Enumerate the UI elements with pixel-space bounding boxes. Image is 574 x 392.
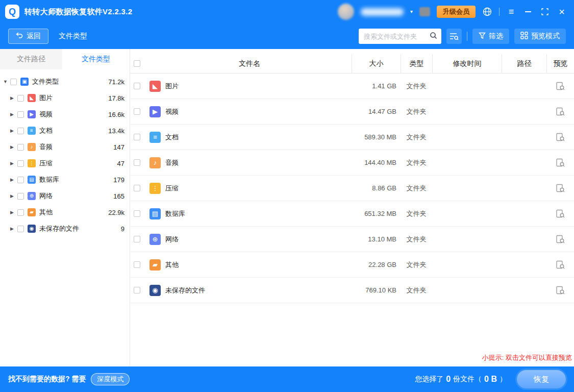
tree-item-checkbox[interactable] (17, 209, 24, 216)
tree-item[interactable]: ▶ ▤ 数据库 179 (0, 172, 130, 188)
file-path (502, 125, 546, 150)
deep-mode-button[interactable]: 深度模式 (91, 373, 130, 385)
preview-file-icon[interactable] (556, 184, 565, 193)
back-button[interactable]: 返回 (8, 29, 48, 44)
document-icon: ≡ (149, 132, 161, 143)
tree-item-checkbox[interactable] (17, 226, 24, 232)
file-size: 8.86 GB (352, 176, 401, 201)
tree-item-checkbox[interactable] (17, 177, 24, 183)
row-checkbox[interactable] (134, 134, 140, 140)
row-checkbox[interactable] (134, 210, 140, 217)
search-input[interactable] (364, 33, 430, 40)
expand-caret-icon[interactable]: ▶ (10, 177, 17, 182)
row-checkbox[interactable] (134, 83, 140, 89)
collapse-caret-icon[interactable]: ▼ (3, 79, 10, 84)
file-name: 数据库 (165, 209, 185, 218)
search-icon[interactable] (430, 32, 437, 41)
preview-file-icon[interactable] (556, 158, 565, 167)
customer-service-icon[interactable] (482, 6, 492, 18)
table-row[interactable]: ▤ 数据库 651.32 MB 文件夹 (130, 201, 574, 227)
file-path (502, 252, 546, 277)
preview-file-icon[interactable] (556, 286, 565, 295)
tree-item-count: 22.9k (108, 209, 124, 216)
header-path[interactable]: 路径 (502, 54, 546, 73)
tree-root-checkbox[interactable] (10, 79, 17, 85)
tab-file-path[interactable]: 文件路径 (0, 49, 62, 69)
preview-file-icon[interactable] (556, 133, 565, 142)
header-type[interactable]: 类型 (401, 54, 432, 73)
expand-caret-icon[interactable]: ▶ (10, 161, 17, 166)
tree-item-checkbox[interactable] (17, 95, 24, 102)
minimize-icon[interactable] (523, 6, 533, 18)
tree-item[interactable]: ▶ ▶ 视频 16.6k (0, 106, 130, 122)
table-row[interactable]: ▶ 视频 14.47 GB 文件夹 (130, 99, 574, 125)
file-table-body: ◣ 图片 1.41 GB 文件夹 ▶ 视频 14.47 GB 文件夹 (130, 74, 574, 303)
user-avatar[interactable] (338, 4, 354, 20)
file-type: 文件夹 (401, 201, 432, 226)
tree-item-count: 147 (113, 143, 124, 151)
table-row[interactable]: ≡ 文档 589.30 MB 文件夹 (130, 125, 574, 150)
back-button-label: 返回 (27, 32, 41, 41)
row-checkbox[interactable] (134, 185, 140, 191)
tree-item[interactable]: ▶ ♪ 音频 147 (0, 139, 130, 155)
tree-item-checkbox[interactable] (17, 128, 24, 134)
tree-item-checkbox[interactable] (17, 160, 24, 167)
row-checkbox[interactable] (134, 261, 140, 268)
tree-item-checkbox[interactable] (17, 193, 24, 200)
file-table: 文件名 大小 类型 修改时间 路径 预览 ◣ 图片 1.41 GB 文件夹 (130, 49, 574, 366)
expand-caret-icon[interactable]: ▶ (10, 128, 17, 133)
tree-item[interactable]: ▶ ▰ 其他 22.9k (0, 204, 130, 220)
expand-caret-icon[interactable]: ▶ (10, 112, 17, 117)
header-file-name[interactable]: 文件名 (147, 54, 352, 73)
row-checkbox[interactable] (134, 287, 140, 293)
file-path (502, 150, 546, 175)
table-row[interactable]: ◉ 未保存的文件 769.10 KB 文件夹 (130, 278, 574, 303)
expand-caret-icon[interactable]: ▶ (10, 226, 17, 231)
unsaved-icon: ◉ (28, 225, 36, 233)
audio-icon: ♪ (149, 157, 161, 168)
tree-item-checkbox[interactable] (17, 144, 24, 151)
preview-file-icon[interactable] (556, 260, 565, 270)
expand-caret-icon[interactable]: ▶ (10, 210, 17, 215)
table-row[interactable]: ♪ 音频 144.40 MB 文件夹 (130, 150, 574, 176)
row-checkbox[interactable] (134, 108, 140, 115)
select-all-checkbox[interactable] (134, 60, 140, 67)
row-checkbox[interactable] (134, 159, 140, 166)
filter-button[interactable]: 筛选 (472, 29, 509, 44)
preview-file-icon[interactable] (556, 82, 565, 91)
table-row[interactable]: ⋮ 压缩 8.86 GB 文件夹 (130, 176, 574, 201)
tree-item[interactable]: ▶ ◣ 图片 17.8k (0, 90, 130, 106)
table-row[interactable]: ⊕ 网络 13.10 MB 文件夹 (130, 227, 574, 252)
preview-mode-button[interactable]: 预览模式 (514, 29, 566, 44)
row-checkbox[interactable] (134, 236, 140, 242)
expand-caret-icon[interactable]: ▶ (10, 193, 17, 199)
tree-item[interactable]: ▶ ⊕ 网络 165 (0, 188, 130, 204)
menu-icon[interactable]: ≡ (506, 6, 516, 18)
maximize-icon[interactable] (540, 6, 550, 18)
search-in-results-button[interactable] (446, 29, 462, 44)
preview-file-icon[interactable] (556, 209, 565, 218)
tree-root-item[interactable]: ▼ ▣ 文件类型 71.2k (0, 74, 130, 90)
recover-button[interactable]: 恢复 (517, 370, 566, 388)
header-size[interactable]: 大小 (352, 54, 401, 73)
tree-item[interactable]: ▶ ⋮ 压缩 47 (0, 155, 130, 172)
preview-file-icon[interactable] (556, 107, 565, 116)
preview-file-icon[interactable] (556, 235, 565, 244)
expand-caret-icon[interactable]: ▶ (10, 95, 17, 101)
tab-file-type[interactable]: 文件类型 (62, 49, 130, 69)
tree-item-checkbox[interactable] (17, 111, 24, 118)
expand-caret-icon[interactable]: ▶ (10, 144, 17, 150)
close-icon[interactable]: × (557, 6, 567, 18)
file-modified (432, 74, 502, 99)
upgrade-membership-button[interactable]: 升级会员 (437, 6, 476, 18)
table-row[interactable]: ▰ 其他 22.28 GB 文件夹 (130, 252, 574, 278)
tree-item[interactable]: ▶ ◉ 未保存的文件 9 (0, 220, 130, 237)
header-preview[interactable]: 预览 (546, 54, 574, 73)
file-name: 其他 (165, 260, 179, 270)
table-row[interactable]: ◣ 图片 1.41 GB 文件夹 (130, 74, 574, 99)
tree-item[interactable]: ▶ ≡ 文档 13.4k (0, 122, 130, 139)
header-modified[interactable]: 修改时间 (432, 54, 502, 73)
file-size: 144.40 MB (352, 150, 401, 175)
network-icon: ⊕ (149, 234, 161, 245)
account-dropdown-icon[interactable]: ▾ (410, 9, 413, 14)
